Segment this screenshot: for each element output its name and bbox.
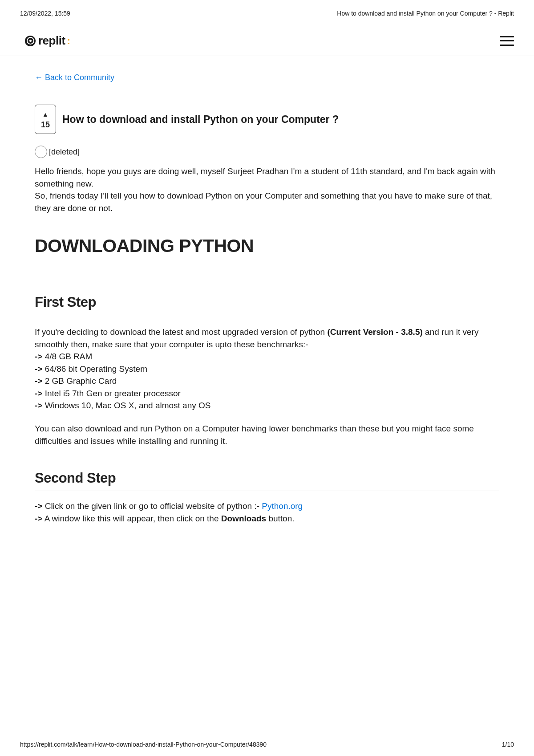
step1-body: If you're deciding to download the lates… [35,326,499,412]
author-name: [deleted] [49,147,80,157]
vote-box[interactable]: ▲ 15 [35,105,56,134]
replit-icon [25,36,36,46]
topbar: replit : [0,26,534,56]
list-item: -> 64/86 bit Operating System [35,363,499,375]
list-item: -> 4/8 GB RAM [35,350,499,363]
step2-body: -> Click on the given link or go to offi… [35,500,499,524]
heading-first-step: First Step [35,294,499,315]
arrow-icon: -> [35,376,42,386]
heading-downloading-python: DOWNLOADING PYTHON [35,236,499,262]
item-text: Intel i5 7th Gen or greater processor [45,389,181,398]
list-item: -> Intel i5 7th Gen or greater processor [35,387,499,400]
vote-count: 15 [41,120,50,130]
arrow-icon: -> [35,364,42,374]
item-text: 4/8 GB RAM [45,352,93,361]
list-item: -> 2 GB Graphic Card [35,375,499,387]
page-content: ← Back to Community ▲ 15 How to download… [0,56,534,524]
item-text: 64/86 bit Operating System [45,364,147,374]
upvote-icon[interactable]: ▲ [42,111,49,118]
arrow-icon: -> [35,514,42,523]
post-header: ▲ 15 How to download and install Python … [35,105,499,134]
avatar [35,146,47,158]
print-url: https://replit.com/talk/learn/How-to-dow… [20,741,267,748]
item-text: Click on the given link or go to officia… [42,501,262,511]
print-page-num: 1/10 [502,741,514,748]
post-intro: Hello friends, hope you guys are doing w… [35,165,499,214]
item-text: 2 GB Graphic Card [45,376,117,386]
step1-lead-pre: If you're deciding to download the lates… [35,327,327,337]
brand-prompt-icon: : [67,35,70,47]
print-timestamp: 12/09/2022, 15:59 [20,10,70,17]
brand-name: replit [38,34,65,48]
arrow-icon: -> [35,401,42,410]
intro-line-2: So, friends today I'll tell you how to d… [35,191,492,213]
list-item: -> A window like this will appear, then … [35,512,499,525]
hamburger-menu-icon[interactable] [500,36,514,46]
item-text-pre: A window like this will appear, then cli… [42,514,221,523]
item-text: Windows 10, Mac OS X, and almost any OS [45,401,211,410]
print-doc-title: How to download and install Python on yo… [337,10,514,17]
python-org-link[interactable]: Python.org [262,501,303,511]
arrow-icon: -> [35,501,42,511]
print-footer: https://replit.com/talk/learn/How-to-dow… [20,741,514,748]
print-header: 12/09/2022, 15:59 How to download and in… [0,0,534,17]
arrow-icon: -> [35,352,42,361]
downloads-bold: Downloads [221,514,266,523]
heading-second-step: Second Step [35,470,499,491]
arrow-icon: -> [35,389,42,398]
brand-logo[interactable]: replit : [25,34,70,48]
step1-note: You can also download and run Python on … [35,423,499,447]
post-title: How to download and install Python on yo… [62,114,339,126]
list-item: -> Click on the given link or go to offi… [35,500,499,512]
author-row: [deleted] [35,146,499,158]
intro-line-1: Hello friends, hope you guys are doing w… [35,167,495,188]
step1-version-bold: (Current Version - 3.8.5) [327,327,422,337]
back-to-community-link[interactable]: ← Back to Community [35,73,114,82]
list-item: -> Windows 10, Mac OS X, and almost any … [35,399,499,412]
item-text-post: button. [266,514,294,523]
